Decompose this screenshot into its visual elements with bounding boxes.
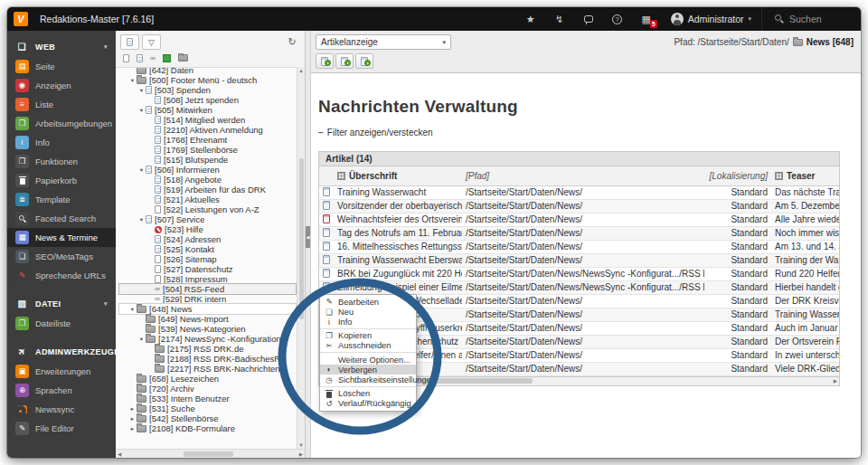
expander-icon[interactable]: ▾	[137, 105, 146, 115]
sidebar-item-sprechende-urls[interactable]: ✎ Sprechende URLs	[7, 266, 116, 285]
tree-item[interactable]: [515] Blutspende	[119, 155, 296, 165]
drag-new-mountpoint-icon[interactable]	[163, 54, 171, 62]
expander-icon[interactable]: ▾	[128, 75, 137, 85]
sidebar-section-header[interactable]: ❑ WEB ▾	[7, 36, 116, 57]
table-row[interactable]: Eilmeldung Beispiel einer Eilmeldung /St…	[319, 280, 840, 294]
filter-toggle-link[interactable]: − Filter anzeigen/verstecken	[318, 128, 861, 138]
tree-item[interactable]: ▾ [505] Mitwirken	[119, 105, 296, 115]
context-menu-item-new[interactable]: ❏ Neu	[320, 307, 416, 317]
context-menu-item-visibility[interactable]: ◷ Sichtbarkeitseinstellungen	[320, 375, 416, 384]
tree-item[interactable]: ▸ [2108] KDB-Formulare	[119, 423, 296, 433]
expander-icon[interactable]: ▾	[137, 334, 146, 344]
new-page-button[interactable]	[120, 34, 139, 50]
refresh-button[interactable]: ↻	[284, 34, 300, 50]
expander-icon[interactable]: ▾	[137, 85, 146, 95]
drag-new-shortcut-icon[interactable]: ∞	[150, 54, 156, 62]
drag-new-folder-icon[interactable]	[178, 54, 188, 62]
table-row[interactable]: Vorsitzender der oberbayerischen Wasserw…	[319, 199, 840, 213]
scroll-right-icon[interactable]: ▶	[834, 378, 837, 384]
table-row[interactable]: Weihnachtsfeier des Ortsvereins Eberswal…	[319, 213, 840, 226]
sidebar-item-erweiterungen[interactable]: ▣ Erweiterungen	[7, 362, 116, 381]
sidebar-item-faceted-search[interactable]: Faceted Search	[7, 209, 116, 228]
sidebar-item-arbeitsumgebungen[interactable]: ❐ Arbeitsumgebungen	[7, 114, 116, 133]
search-input[interactable]: Suchen	[761, 7, 861, 31]
sidebar-item-anzeigen[interactable]: ◉ Anzeigen	[7, 76, 116, 95]
tree-item[interactable]: [525] Kontakt	[119, 244, 296, 254]
context-menu-item-cut[interactable]: ✂ Ausschneiden	[320, 341, 416, 351]
tree-item[interactable]: [508] Jetzt spenden	[119, 95, 296, 105]
sidebar-section-header[interactable]: ▨ DATEI ▾	[7, 293, 116, 314]
help-button[interactable]	[603, 7, 632, 31]
sidebar-item-newssync[interactable]: Newssync	[7, 400, 116, 419]
tree-item[interactable]: ∞ [529] DRK intern	[119, 294, 296, 304]
workspace-button[interactable]: ▦ 5	[632, 7, 661, 31]
tree-item[interactable]: [649] News-Import	[119, 314, 296, 324]
sidebar-item-liste[interactable]: ≡ Liste	[7, 95, 116, 114]
drag-new-page-icon[interactable]	[123, 54, 129, 62]
sidebar-item-sprachen[interactable]: ⊕ Sprachen	[7, 381, 116, 400]
sidebar-section-header[interactable]: ✈ ADMINWERKZEUGE ▾	[7, 341, 116, 362]
context-menu-item-more[interactable]: Weitere Optionen...	[320, 355, 416, 365]
tree-item[interactable]: [523] Hilfe	[119, 224, 296, 234]
tree-item[interactable]: [521] Aktuelles	[119, 195, 296, 204]
expander-icon[interactable]: ▸	[128, 403, 137, 413]
scroll-right-icon[interactable]: ▶	[299, 451, 303, 457]
edit-column-icon[interactable]	[337, 172, 345, 180]
expander-icon[interactable]: ▾	[137, 165, 146, 175]
sidebar-item-seite[interactable]: ▤ Seite	[7, 57, 116, 76]
sync-feeds-button[interactable]	[355, 53, 373, 69]
context-menu-item-history[interactable]: ↺ Verlauf/Rückgängig	[320, 399, 416, 409]
tree-item[interactable]: [518] Angebote	[119, 175, 296, 185]
tree-item[interactable]: [2210] Aktiven Anmeldung	[119, 125, 296, 135]
tree-item[interactable]: [2175] RSS DRK.de	[119, 344, 296, 354]
column-teaser-header[interactable]: Teaser	[771, 166, 840, 185]
user-menu[interactable]: Administrator ▾	[661, 7, 761, 31]
context-menu-item-delete[interactable]: Löschen	[320, 389, 416, 399]
clear-cache-button[interactable]: ↯	[545, 7, 574, 31]
context-menu-item-hide[interactable]: ◐ Verbergen	[320, 365, 416, 375]
view-mode-select[interactable]: Artikelanzeige ▾	[316, 34, 451, 50]
table-row[interactable]: Training Wasserwacht /Startseite/Start/D…	[319, 185, 840, 199]
tree-item[interactable]: ▸ [542] Stellenbörse	[119, 413, 296, 423]
context-menu-item-info[interactable]: i Info	[320, 317, 416, 327]
expander-icon[interactable]: ▸	[128, 413, 137, 423]
tree-item[interactable]: ∞ [504] RSS-Feed	[119, 284, 296, 294]
tree-item[interactable]: [528] Impressum	[119, 274, 296, 284]
sidebar-item-info[interactable]: i Info	[7, 133, 116, 152]
tree-item[interactable]: [522] Leistungen von A-Z	[119, 204, 296, 214]
filter-button[interactable]: ▽	[142, 34, 161, 50]
tree-item[interactable]: [527] Datenschutz	[119, 264, 296, 274]
scrollbar-thumb[interactable]	[184, 451, 232, 457]
expander-icon[interactable]: ▸	[128, 423, 137, 433]
context-menu-item-edit[interactable]: ✎ Bearbeiten	[320, 297, 416, 307]
tree-item[interactable]: [514] Mitglied werden	[119, 115, 296, 125]
tree-vertical-scrollbar[interactable]: ▲ ▼	[297, 67, 305, 449]
edit-column-icon[interactable]	[775, 172, 783, 180]
tree-item[interactable]: ▾ [507] Service	[119, 214, 296, 224]
expander-icon[interactable]: ▾	[128, 304, 137, 314]
tree-item[interactable]: [2188] RSS DRK-BadischesRK	[119, 354, 296, 364]
tree-item[interactable]: ▾ [506] Informieren	[119, 165, 296, 175]
sidebar-item-funktionen[interactable]: ❒ Funktionen	[7, 152, 116, 171]
table-row[interactable]: Tag des Notrufs am 11. Februar /Startsei…	[319, 226, 840, 240]
tree-item[interactable]: [642] Daten	[119, 68, 296, 75]
sidebar-item-dateiliste[interactable]: ❐ Dateiliste	[7, 314, 116, 333]
drag-new-content-page-icon[interactable]	[137, 54, 143, 62]
sync-articles-button[interactable]	[316, 53, 334, 69]
sync-categories-button[interactable]	[335, 53, 354, 69]
sidebar-item-file-editor[interactable]: ✎ File Editor	[7, 419, 116, 438]
table-row[interactable]: 16. Mittelhessisches Rettungssymposium /…	[319, 240, 840, 253]
tree-item[interactable]: ▾ [500] Footer Menü - deutsch	[119, 75, 296, 85]
splitter-collapse-handle[interactable]: ◀	[306, 226, 310, 248]
tree-item[interactable]: [526] Sitemap	[119, 254, 296, 264]
column-title-header[interactable]: Überschrift	[334, 166, 462, 185]
tree-item[interactable]: [519] Arbeiten für das DRK	[119, 185, 296, 195]
tree-item[interactable]: [524] Adressen	[119, 234, 296, 244]
tree-item[interactable]: ▾ [503] Spenden	[119, 85, 296, 95]
tree-item[interactable]: [539] News-Kategorien	[119, 324, 296, 334]
opendocs-button[interactable]	[574, 7, 603, 31]
sidebar-item-template[interactable]: ≣ Template	[7, 190, 116, 209]
tree-item[interactable]: [720] Archiv	[119, 384, 296, 394]
context-menu-item-copy[interactable]: ❐ Kopieren	[320, 331, 416, 341]
tree-item[interactable]: [2217] RSS BRK-Nachrichten	[119, 364, 296, 374]
